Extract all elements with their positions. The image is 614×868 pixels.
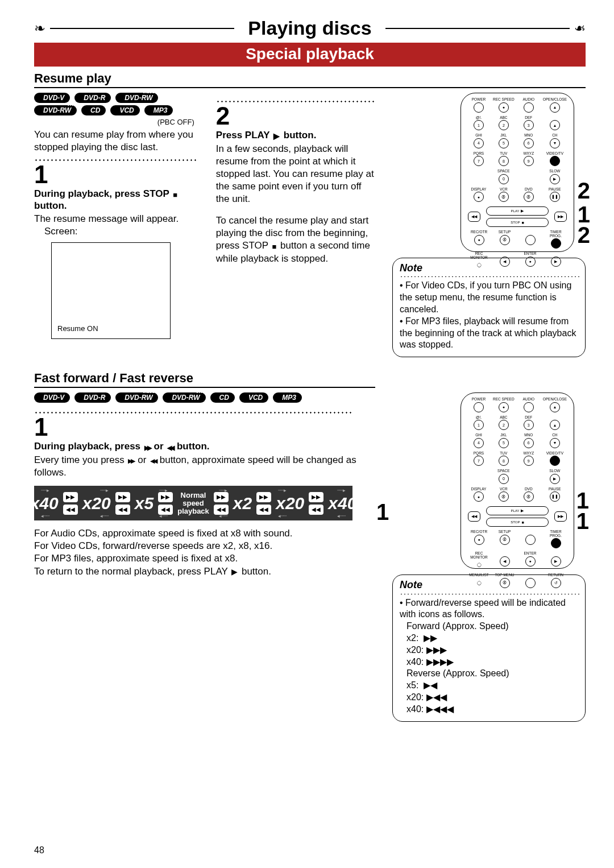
remote-button: 9 [524,456,534,466]
remote-button: 6 [524,438,534,448]
ffr-return: To return to the normal playback, press … [34,565,375,578]
remote-label: PQRS [474,452,484,456]
remote-button: 8 [499,156,509,166]
remote-label: TUV [500,452,507,456]
step1-heading: During playback, press STOP button. [34,188,198,212]
remote-play-button: PLAY▶ [486,206,549,216]
step1-body: The resume message will appear. [34,213,198,225]
remote-button [525,235,536,245]
note-rev-line: x40: ▶◀◀◀ [406,704,579,716]
remote-button: ⦿ [500,578,510,588]
remote-button: ▶ [550,174,560,184]
remote-button: ▲ [550,120,560,130]
ffr-step1-a: During playback, press [34,441,143,452]
remote-label: JKL [500,134,507,138]
step2-heading-b: button. [281,130,316,140]
remote-label: VIDEO/TV [546,152,563,156]
speed-val: x2 [233,494,252,513]
note-intro: • Forward/reverse speed will be indicate… [400,597,579,621]
remote-rewind-button: ◀◀ [468,511,480,522]
remote-button: ⦿ [500,235,510,245]
ffr-step1-heading: During playback, press or button. [34,441,375,453]
note-fwd-header: Forward (Approx. Speed) [406,621,579,633]
step-number: 2 [216,104,374,129]
disc-badge: DVD-RW [115,93,158,103]
speed-val: x40 [30,494,59,513]
remote-button: ↺ [551,578,561,588]
remote-label: AUDIO [522,398,534,402]
ffr-after-2: For Video CDs, forward/reverse speeds ar… [34,540,375,552]
remote-button [550,156,560,166]
ffr-after-1: For Audio CDs, approximate speed is fixe… [34,527,375,540]
remote-wrap: POWER REC SPEED● AUDIO OPEN/CLOSE▲ @!.1 … [392,392,586,569]
remote-button: ◯ [474,560,484,570]
remote-label: DVD [525,487,533,491]
speed-chain: ┄┄▸┄┄▸┄┄▸┄┄▸┄┄▸┄┄▸ x40 ▶▶◀◀ x20 ▶▶◀◀ x5 … [34,486,352,520]
remote-label: VCR [500,188,508,192]
remote-label: MNO [524,433,533,437]
remote-button [474,402,484,412]
normal-speed-label: Normal speed playback [177,491,209,515]
remote-label: TOP MENU [495,573,514,577]
callout-number: 2 [578,222,590,248]
remote-label: TIMER PROG. [545,230,567,238]
remote-rewind-button: ◀◀ [468,212,480,222]
remote-label: AUDIO [522,98,534,102]
remote-label: PQRS [474,152,484,156]
ffr-section: Fast forward / Fast reverse DVD-V DVD-R … [34,371,586,721]
rewind-icon [150,454,156,466]
remote-button: ● [474,192,484,202]
note-rev-line: x20: ▶◀◀ [406,692,579,704]
note-rev-x40: x40: [406,704,424,714]
remote-label: ABC [500,416,507,420]
remote-label: MNO [524,134,533,138]
remote-label: PAUSE [549,188,561,192]
remote-label: POWER [472,98,486,102]
remote-button: 4 [474,438,484,448]
note-fwd-line: x20: ▶▶▶ [406,644,579,656]
remote-button: ⦿ [499,192,509,202]
remote-button: ⦿ [499,491,509,502]
rule-left [50,28,234,29]
remote-label: DEF [525,116,532,120]
ff-chip-icon: ▶▶ [309,492,323,502]
remote-label: REC/OTR [471,530,487,534]
note-intro-text: Forward/reverse speed will be indicated … [400,598,566,619]
remote-button: ▲ [550,420,560,430]
remote-button: ● [499,402,509,412]
remote-button: 0 [499,474,509,484]
title-bar: ❧ Playing discs ❧ [34,17,586,39]
remote-illustration: POWER REC SPEED● AUDIO OPEN/CLOSE▲ @!.1 … [460,93,574,252]
remote-button: ⦿ [524,192,534,202]
step2-body2: To cancel the resume play and start play… [216,214,374,265]
resume-heading: Resume play [34,71,586,88]
remote-button: 6 [524,138,534,148]
remote-play-label: PLAY [511,509,520,512]
remote-label: DISPLAY [471,188,486,192]
resume-col-mid: 2 Press PLAY button. In a few seconds, p… [216,93,374,357]
remote-button: ● [525,556,536,567]
fast-forward-icon [128,454,134,466]
remote-label: SLOW [549,170,560,173]
ornament-right: ❧ [570,20,586,36]
ff-chip-icon: ▶▶ [158,492,173,502]
page-number: 48 [34,845,44,855]
remote-label: DEF [525,416,532,420]
remote-stop-button: STOP■ [486,518,549,527]
remote-button [474,102,484,113]
screen-label: Screen: [44,225,198,238]
remote-button [525,535,536,545]
remote-label: OPEN/CLOSE [543,398,567,402]
remote-label: SETUP [499,230,511,234]
remote-button [524,102,534,113]
step1-heading-a: During playback, press STOP [34,188,169,199]
pbc-caption: (PBC OFF) [34,118,194,126]
ffr-left-col: DVD-V DVD-R DVD-RW DVD-RW CD VCD MP3 1 D… [34,392,375,721]
disc-badge: DVD-RW [163,392,205,403]
remote-stop-label: STOP [511,520,520,524]
remote-label: SPACE [497,469,510,473]
ffr-heading: Fast forward / Fast reverse [34,371,375,388]
remote-button [550,456,560,466]
remote-play-button: PLAY▶ [486,506,549,515]
dotted-rule [34,412,352,414]
